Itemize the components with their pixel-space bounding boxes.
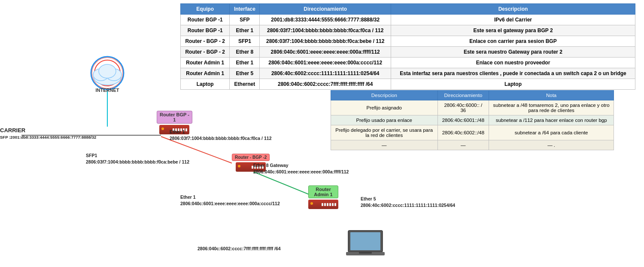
bgp1-ether1-addr: 2806:03f7:1004:bbbb:bbbb:bbbb:f0ca:f0ca … bbox=[170, 135, 316, 142]
table-row: Prefijo usado para enlace2806:40c:6001::… bbox=[331, 115, 614, 125]
table-row: Prefijo asignado2806:40c:6000:: / 36subn… bbox=[331, 100, 614, 115]
sec-col-descripcion: Descripcion bbox=[331, 91, 438, 100]
cell-descripcion: — bbox=[331, 140, 438, 150]
admin1-ether1-text: Ether 1 2806:040c:6001:eeee:eeee:eeee:00… bbox=[180, 194, 326, 206]
cell-nota: — . bbox=[489, 140, 614, 150]
cell-nota: subnetear a /48 tomaremos 2, uno para en… bbox=[489, 100, 614, 115]
admin1-ether5-addr: 2806:40c:6002:cccc:1111:1111:1111:0254/6… bbox=[361, 202, 447, 209]
table-row: ——— . bbox=[331, 140, 614, 150]
laptop-addr-text: 2806:040c:6002:cccc:7fff:ffff:ffff:ffff … bbox=[197, 246, 361, 252]
bgp2-sfp1-addr: 2806:03f7:1004:bbbb:bbbb:bbbb:f0ca:bebe … bbox=[86, 159, 232, 165]
sec-col-direccionamiento: Direccionamiento bbox=[437, 91, 489, 100]
cell-descripcion: Prefijo delegado por el carrier, se usar… bbox=[331, 125, 438, 140]
bgp1-ether1-label: Ether 1 bbox=[170, 129, 316, 135]
port5 bbox=[332, 203, 334, 206]
cell-descripcion: Prefijo asignado bbox=[331, 100, 438, 115]
cell-descripcion: Enlace con nuestro proveedor bbox=[391, 58, 635, 68]
bgp2-ether8-label: Ether 8 Gateway bbox=[253, 162, 382, 169]
bgp2-ether8-text: Ether 8 Gateway 2806:040c:6001:eeee:eeee… bbox=[253, 162, 382, 175]
cell-descripcion: Este sera el gateway para BGP 2 bbox=[391, 25, 635, 36]
bgp2-sfp1-label: SFP1 bbox=[86, 152, 232, 159]
carrier-sfp: SFP :2001:db8:3333:4444:5555:6666:7777:8… bbox=[0, 134, 96, 140]
cloud-icon bbox=[84, 56, 131, 90]
cell-nota: subnetear a /64 para cada cliente bbox=[489, 125, 614, 140]
bgp1-ether1-text: Ether 1 2806:03f7:1004:bbbb:bbbb:bbbb:f0… bbox=[170, 129, 316, 141]
secondary-table: Descripcion Direccionamiento Nota Prefij… bbox=[331, 90, 614, 150]
router-bgp2-label: Router - BGP -2 bbox=[232, 154, 270, 161]
admin1-ether5-label: Ether 5 bbox=[361, 196, 447, 202]
router-bgp1-label: Router BGP -1 bbox=[157, 111, 192, 124]
admin1-ether1-label: Ether 1 bbox=[180, 194, 326, 200]
carrier-label: CARRIER bbox=[0, 127, 96, 134]
port4 bbox=[329, 203, 331, 206]
laptop-addr: 2806:040c:6002:cccc:7fff:ffff:ffff:ffff … bbox=[197, 246, 361, 252]
laptop-box bbox=[346, 230, 385, 259]
cell-descripcion: Enlace con carrier para sesion BGP bbox=[391, 36, 635, 47]
cell-direccionamiento: 2806:40c:6002::/48 bbox=[437, 125, 489, 140]
cell-descripcion: Este sera nuestro Gateway para router 2 bbox=[391, 47, 635, 58]
cell-nota: subnetear a /112 para hacer enlace con r… bbox=[489, 115, 614, 125]
admin1-ether1-addr: 2806:040c:6001:eeee:eeee:eeee:000a:cccc/… bbox=[180, 200, 326, 207]
admin1-ether5-text: Ether 5 2806:40c:6002:cccc:1111:1111:111… bbox=[361, 196, 447, 208]
svg-point-10 bbox=[99, 64, 116, 78]
cell-descripcion: Laptop bbox=[391, 79, 635, 90]
cell-descripcion: Prefijo usado para enlace bbox=[331, 115, 438, 125]
cell-descripcion: IPv6 del Carrier bbox=[391, 15, 635, 25]
table-row: Prefijo delegado por el carrier, se usar… bbox=[331, 125, 614, 140]
internet-cloud: INTERNET bbox=[84, 56, 131, 93]
cell-direccionamiento: 2806:40c:6001::/48 bbox=[437, 115, 489, 125]
bgp2-sfp1-text: SFP1 2806:03f7:1004:bbbb:bbbb:bbbb:f0ca:… bbox=[86, 152, 232, 165]
network-diagram: INTERNET CARRIER SFP :2001:db8:3333:4444… bbox=[0, 0, 326, 267]
svg-rect-15 bbox=[359, 252, 372, 254]
port3 bbox=[327, 203, 328, 206]
carrier-text: CARRIER SFP :2001:db8:3333:4444:5555:666… bbox=[0, 127, 96, 140]
port6 bbox=[334, 203, 336, 206]
laptop-icon bbox=[346, 230, 385, 258]
svg-line-2 bbox=[253, 172, 311, 195]
cell-descripcion: Esta interfaz sera para nuestros cliente… bbox=[391, 68, 635, 79]
bgp2-ether8-addr: 2806:040c:6001:eeee:eeee:eeee:000a:ffff/… bbox=[253, 169, 382, 175]
sec-col-nota: Nota bbox=[489, 91, 614, 100]
cell-direccionamiento: 2806:40c:6000:: / 36 bbox=[437, 100, 489, 115]
cell-direccionamiento: — bbox=[437, 140, 489, 150]
col-descripcion: Descripcion bbox=[391, 4, 635, 15]
